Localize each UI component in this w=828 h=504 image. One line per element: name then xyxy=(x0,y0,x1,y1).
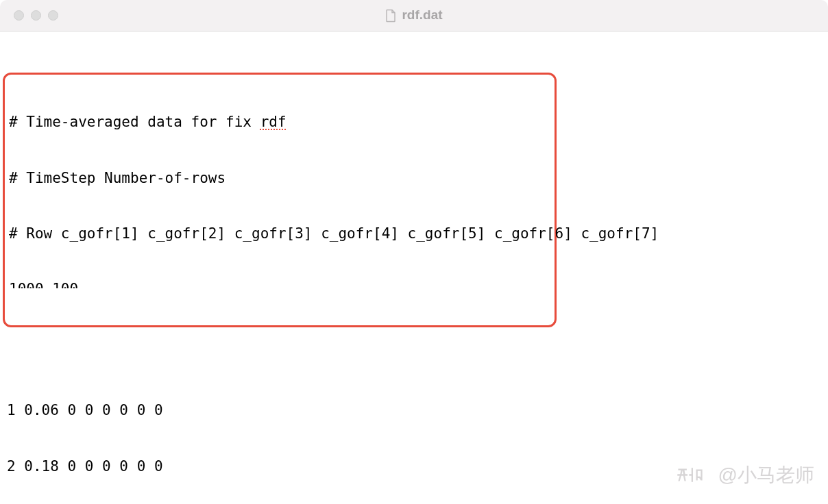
file-header-line-2: # TimeStep Number-of-rows xyxy=(9,169,550,188)
data-rows: 1 0.06 0 0 0 0 0 0 2 0.18 0 0 0 0 0 0 3 … xyxy=(7,364,821,504)
document-icon xyxy=(385,9,396,23)
zoom-window-button[interactable] xyxy=(48,10,58,21)
text-editor-content[interactable]: # Time-averaged data for fix rdf # TimeS… xyxy=(0,32,828,504)
annotation-highlight-box: # Time-averaged data for fix rdf # TimeS… xyxy=(3,73,557,327)
file-header-line-4: 1000 100 xyxy=(9,280,550,288)
data-row: 1 0.06 0 0 0 0 0 0 xyxy=(7,401,821,420)
data-row: 2 0.18 0 0 0 0 0 0 xyxy=(7,457,821,476)
traffic-lights xyxy=(14,10,58,21)
spellcheck-underline: rdf xyxy=(260,114,287,130)
minimize-window-button[interactable] xyxy=(31,10,41,21)
window-titlebar: rdf.dat xyxy=(0,0,828,32)
close-window-button[interactable] xyxy=(14,10,24,21)
file-header-line-3: # Row c_gofr[1] c_gofr[2] c_gofr[3] c_go… xyxy=(9,225,550,243)
file-header-line-1: # Time-averaged data for fix rdf xyxy=(9,113,550,131)
window-title: rdf.dat xyxy=(402,7,442,24)
